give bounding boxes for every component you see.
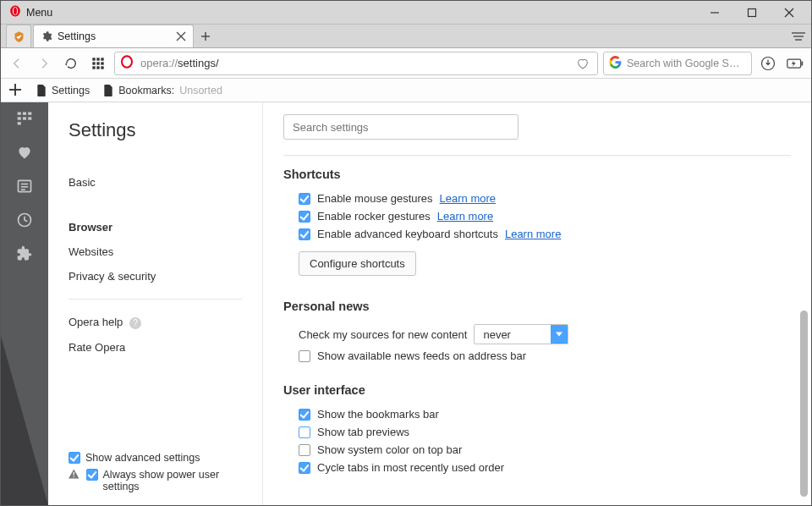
window-titlebar: Menu [1, 1, 811, 25]
opt-keyboard-shortcuts[interactable]: Enable advanced keyboard shortcuts Learn… [283, 225, 791, 243]
svg-rect-30 [23, 113, 26, 115]
file-icon [36, 85, 47, 96]
settings-title: Settings [69, 119, 242, 141]
tab-list-button[interactable] [786, 25, 811, 47]
tab-strip: Settings [1, 25, 811, 48]
svg-rect-29 [18, 113, 21, 115]
show-advanced-checkbox[interactable]: Show advanced settings [69, 449, 242, 466]
configure-shortcuts-button[interactable]: Configure shortcuts [299, 251, 416, 276]
help-icon: ? [129, 317, 141, 329]
address-url: opera://settings/ [140, 57, 573, 69]
opera-o-icon [120, 55, 140, 71]
svg-rect-35 [18, 122, 21, 124]
tab-close-icon[interactable] [176, 31, 186, 41]
new-tab-button[interactable] [194, 25, 217, 47]
learn-more-link[interactable]: Learn more [440, 192, 496, 205]
nav-rate[interactable]: Rate Opera [69, 335, 242, 360]
checkbox-checked-icon [86, 469, 98, 481]
svg-rect-33 [23, 117, 26, 119]
search-placeholder: Search with Google S… [627, 58, 739, 69]
section-title-shortcuts: Shortcuts [283, 168, 791, 181]
bookmark-heart-icon[interactable] [573, 57, 592, 70]
bookmarks-bar: Settings Bookmarks: Unsorted [1, 79, 811, 102]
menu-label[interactable]: Menu [26, 7, 52, 19]
opera-logo-icon [4, 5, 26, 19]
opt-rocker-gestures[interactable]: Enable rocker gestures Learn more [283, 207, 791, 225]
checkbox-checked-icon [69, 452, 80, 464]
svg-rect-19 [101, 62, 103, 64]
svg-rect-17 [92, 62, 95, 64]
section-title-ui: User interface [283, 383, 791, 397]
nav-privacy[interactable]: Privacy & security [69, 264, 242, 289]
bookmark-item-unsorted[interactable]: Bookmarks: Unsorted [103, 85, 222, 96]
back-button[interactable] [6, 52, 28, 74]
svg-rect-16 [101, 58, 103, 60]
add-bookmark-button[interactable] [9, 84, 23, 97]
svg-rect-34 [28, 117, 31, 119]
scrollbar[interactable] [798, 102, 809, 505]
toolbar: opera://settings/ Search with Google S… [1, 48, 811, 79]
speed-dial-button[interactable] [87, 52, 109, 74]
file-icon [103, 85, 113, 96]
svg-rect-26 [802, 61, 804, 65]
nav-help[interactable]: Opera help ? [69, 310, 242, 335]
svg-rect-20 [92, 66, 95, 69]
left-rail [1, 102, 48, 505]
search-settings-input[interactable] [283, 114, 518, 140]
opt-system-color[interactable]: Show system color on top bar [283, 441, 791, 459]
power-user-checkbox[interactable]: Always show power user settings [69, 466, 242, 495]
gear-icon [41, 30, 52, 42]
svg-point-2 [14, 8, 17, 14]
svg-rect-31 [28, 113, 31, 115]
svg-point-23 [122, 56, 132, 67]
window-close-button[interactable] [771, 1, 808, 25]
window-minimize-button[interactable] [696, 1, 733, 25]
svg-rect-15 [96, 58, 99, 60]
pinned-tab[interactable] [6, 25, 31, 47]
settings-nav: Settings Basic Browser Websites Privacy … [48, 102, 263, 505]
chevron-down-icon [551, 325, 568, 344]
opt-news-feeds[interactable]: Show available news feeds on address bar [283, 347, 791, 365]
nav-browser[interactable]: Browser [69, 215, 242, 239]
opt-bookmarks-bar[interactable]: Show the bookmarks bar [283, 405, 791, 423]
bookmarks-rail-icon[interactable] [15, 143, 34, 162]
svg-rect-22 [101, 66, 103, 69]
tab-settings[interactable]: Settings [33, 25, 194, 47]
reload-button[interactable] [60, 52, 82, 74]
warning-icon [69, 469, 80, 479]
speed-dial-rail-icon[interactable] [15, 109, 34, 128]
extensions-rail-icon[interactable] [15, 245, 34, 263]
learn-more-link[interactable]: Learn more [505, 228, 561, 240]
opt-cycle-tabs[interactable]: Cycle tabs in most recently used order [283, 459, 791, 476]
opt-mouse-gestures[interactable]: Enable mouse gestures Learn more [283, 190, 791, 207]
news-check-row: Check my sources for new content never [283, 322, 791, 347]
learn-more-link[interactable]: Learn more [437, 210, 493, 223]
downloads-button[interactable] [757, 52, 779, 74]
settings-main: Shortcuts Enable mouse gestures Learn mo… [263, 102, 811, 505]
forward-button[interactable] [33, 52, 55, 74]
address-bar[interactable]: opera://settings/ [114, 52, 598, 75]
battery-saver-button[interactable] [784, 52, 806, 74]
nav-basic[interactable]: Basic [69, 170, 242, 195]
svg-rect-14 [92, 58, 95, 60]
svg-rect-21 [96, 66, 99, 69]
nav-websites[interactable]: Websites [69, 239, 242, 264]
news-interval-select[interactable]: never [474, 324, 568, 344]
svg-rect-4 [749, 8, 756, 16]
svg-rect-42 [74, 476, 74, 477]
tab-title: Settings [58, 30, 171, 42]
svg-rect-18 [96, 62, 99, 64]
history-rail-icon[interactable] [15, 211, 34, 229]
section-title-news: Personal news [283, 300, 791, 313]
news-rail-icon[interactable] [15, 177, 34, 195]
svg-rect-32 [18, 117, 21, 119]
bookmark-item-settings[interactable]: Settings [36, 85, 90, 96]
window-maximize-button[interactable] [733, 1, 771, 25]
search-box[interactable]: Search with Google S… [603, 52, 752, 75]
google-g-icon [609, 56, 627, 71]
svg-rect-41 [74, 472, 74, 476]
opt-tab-previews[interactable]: Show tab previews [283, 423, 791, 441]
